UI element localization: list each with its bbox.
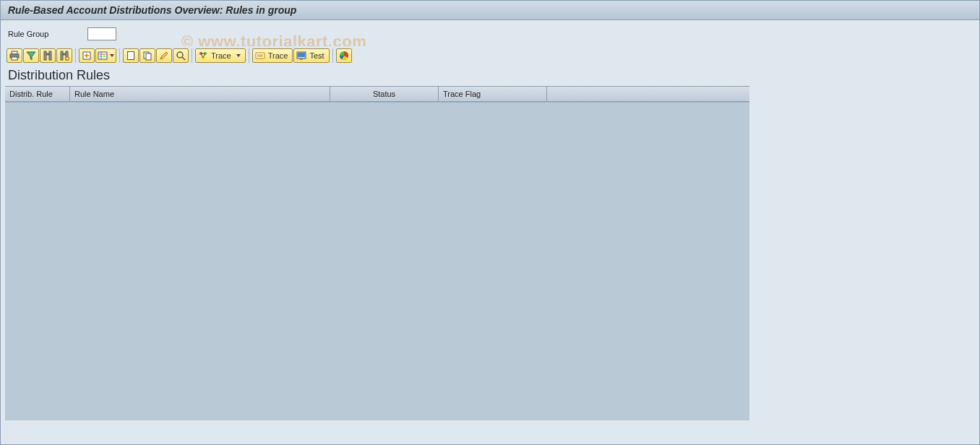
chevron-down-icon — [110, 54, 114, 57]
trace-on-label: Trace — [211, 51, 231, 60]
print-button[interactable] — [7, 48, 22, 63]
trace-display-button[interactable]: Trace — [252, 48, 293, 63]
svg-rect-8 — [63, 53, 66, 55]
section-title: Distribution Rules — [5, 66, 749, 87]
column-trace-flag[interactable]: Trace Flag — [439, 87, 547, 101]
svg-point-19 — [177, 52, 183, 58]
svg-rect-32 — [300, 59, 303, 60]
test-button[interactable]: Test — [293, 48, 329, 63]
find-button[interactable] — [40, 48, 56, 63]
svg-rect-27 — [256, 53, 265, 59]
toolbar: Trace Trace Test — [5, 46, 749, 66]
column-status[interactable]: Status — [330, 87, 439, 101]
svg-rect-5 — [46, 53, 49, 55]
column-distrib-rule[interactable]: Distrib. Rule — [5, 87, 70, 101]
svg-rect-6 — [61, 51, 63, 60]
chevron-down-icon — [236, 54, 241, 57]
column-spacer — [547, 87, 749, 101]
table-body-empty — [5, 102, 749, 420]
toolbar-separator — [75, 48, 76, 63]
edit-button[interactable] — [156, 48, 172, 63]
svg-rect-0 — [12, 51, 17, 54]
app-window: Rule-Based Account Distributions Overvie… — [0, 0, 980, 445]
window-title: Rule-Based Account Distributions Overvie… — [1, 1, 979, 20]
export-button[interactable] — [79, 48, 95, 63]
toolbar-separator — [119, 48, 120, 63]
svg-rect-18 — [146, 53, 151, 60]
svg-rect-3 — [44, 51, 46, 60]
rule-group-input[interactable] — [87, 27, 116, 40]
table-header: Distrib. Rule Rule Name Status Trace Fla… — [5, 87, 749, 102]
svg-rect-31 — [298, 53, 305, 57]
create-button[interactable] — [123, 48, 139, 63]
svg-rect-16 — [128, 52, 134, 60]
column-rule-name[interactable]: Rule Name — [70, 87, 330, 101]
copy-button[interactable] — [139, 48, 155, 63]
layout-button[interactable] — [95, 48, 116, 63]
filter-row: Rule Group — [1, 20, 979, 46]
chart-button[interactable] — [336, 48, 352, 63]
toolbar-separator — [192, 48, 192, 63]
trace-on-button[interactable]: Trace — [195, 48, 246, 63]
svg-rect-2 — [12, 57, 17, 60]
find-next-button[interactable] — [56, 48, 72, 63]
trace-display-label: Trace — [268, 51, 288, 60]
filter-button[interactable] — [23, 48, 39, 63]
display-button[interactable] — [173, 48, 189, 63]
content-panel: Trace Trace Test Distribution Rules Dist… — [5, 46, 749, 429]
toolbar-separator — [332, 48, 333, 63]
svg-point-9 — [66, 57, 69, 61]
rule-group-label: Rule Group — [8, 30, 80, 38]
toolbar-separator — [249, 48, 249, 63]
svg-rect-11 — [98, 52, 107, 59]
test-label: Test — [309, 51, 324, 60]
svg-rect-4 — [49, 51, 51, 60]
svg-line-20 — [182, 57, 185, 60]
